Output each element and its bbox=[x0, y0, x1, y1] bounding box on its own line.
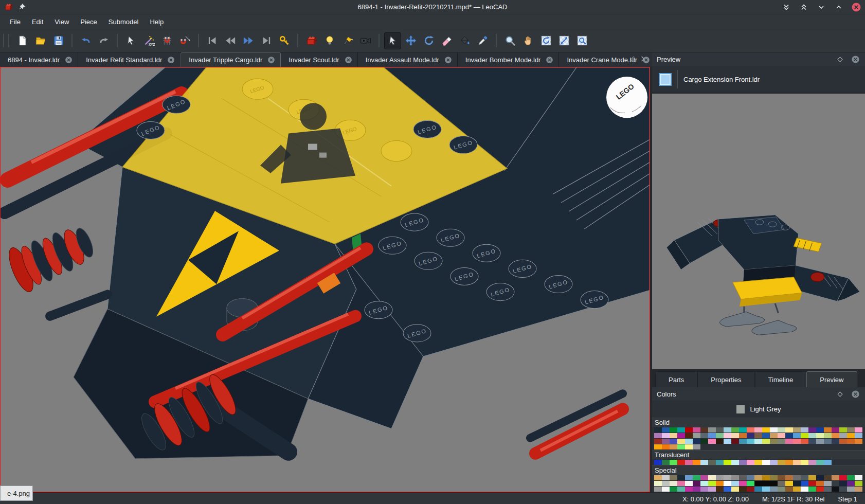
color-swatch[interactable] bbox=[677, 427, 685, 433]
color-swatch[interactable] bbox=[708, 439, 716, 444]
color-swatch[interactable] bbox=[754, 439, 762, 444]
tab-close-button[interactable] bbox=[267, 56, 276, 64]
tab-close-button[interactable] bbox=[64, 56, 73, 64]
color-swatch[interactable] bbox=[693, 487, 700, 492]
tab-invader-scout-ldr[interactable]: Invader Scout.ldr bbox=[281, 52, 357, 67]
color-swatch[interactable] bbox=[662, 444, 670, 449]
tool-zoom-region-button[interactable] bbox=[573, 32, 590, 49]
color-swatch[interactable] bbox=[824, 481, 832, 486]
tab-invader-refit-standard-ldr[interactable]: Invader Refit Standard.ldr bbox=[78, 52, 181, 67]
color-swatch[interactable] bbox=[731, 487, 739, 492]
color-swatch[interactable] bbox=[708, 481, 716, 486]
color-swatch[interactable] bbox=[662, 439, 670, 444]
color-swatch[interactable] bbox=[785, 427, 793, 433]
color-swatch[interactable] bbox=[677, 487, 685, 492]
color-swatch[interactable] bbox=[839, 475, 847, 480]
color-swatch[interactable] bbox=[716, 475, 724, 480]
color-swatch[interactable] bbox=[762, 460, 770, 465]
tool-zoom-button[interactable] bbox=[501, 32, 518, 49]
color-swatch[interactable] bbox=[816, 487, 824, 492]
color-swatch[interactable] bbox=[654, 487, 662, 492]
color-swatch[interactable] bbox=[685, 427, 693, 433]
color-swatch[interactable] bbox=[855, 433, 862, 438]
color-swatch[interactable] bbox=[739, 475, 747, 480]
color-swatch[interactable] bbox=[670, 433, 677, 438]
menu-file[interactable]: File bbox=[4, 16, 26, 28]
color-swatch[interactable] bbox=[747, 433, 754, 438]
color-swatch[interactable] bbox=[731, 439, 739, 444]
color-swatch[interactable] bbox=[685, 444, 693, 449]
color-swatch[interactable] bbox=[808, 433, 816, 438]
color-swatch[interactable] bbox=[778, 481, 785, 486]
color-swatch[interactable] bbox=[816, 433, 824, 438]
close-window-button[interactable] bbox=[852, 3, 861, 12]
color-swatch[interactable] bbox=[847, 433, 855, 438]
transform-xyz-button[interactable]: XYZ bbox=[140, 32, 157, 49]
tab-scroll-right-button[interactable] bbox=[638, 55, 647, 65]
color-swatch[interactable] bbox=[816, 460, 824, 465]
color-swatch[interactable] bbox=[808, 439, 816, 444]
tab-close-button[interactable] bbox=[344, 56, 353, 64]
color-swatch[interactable] bbox=[677, 460, 685, 465]
color-swatch[interactable] bbox=[855, 475, 862, 480]
color-swatch[interactable] bbox=[824, 475, 832, 480]
tool-pan-button[interactable] bbox=[519, 32, 536, 49]
color-swatch[interactable] bbox=[716, 487, 724, 492]
tool-rotate-view-button[interactable] bbox=[537, 32, 554, 49]
color-swatch[interactable] bbox=[654, 475, 662, 480]
color-swatch[interactable] bbox=[754, 475, 762, 480]
color-swatch[interactable] bbox=[793, 475, 801, 480]
color-swatch[interactable] bbox=[662, 475, 670, 480]
color-swatch[interactable] bbox=[808, 460, 816, 465]
color-swatch[interactable] bbox=[677, 475, 685, 480]
color-swatch[interactable] bbox=[731, 433, 739, 438]
dock-tab-parts[interactable]: Parts bbox=[655, 371, 697, 387]
color-swatch[interactable] bbox=[654, 444, 662, 449]
color-swatch[interactable] bbox=[662, 433, 670, 438]
color-swatch[interactable] bbox=[832, 433, 839, 438]
color-swatch[interactable] bbox=[708, 460, 716, 465]
color-swatch[interactable] bbox=[824, 427, 832, 433]
snap-angle-button[interactable] bbox=[176, 32, 193, 49]
color-swatch[interactable] bbox=[670, 481, 677, 486]
color-swatch[interactable] bbox=[793, 433, 801, 438]
color-swatch[interactable] bbox=[654, 439, 662, 444]
menu-edit[interactable]: Edit bbox=[26, 16, 49, 28]
dock-tab-timeline[interactable]: Timeline bbox=[755, 371, 807, 387]
color-swatch[interactable] bbox=[808, 475, 816, 480]
color-swatch[interactable] bbox=[816, 439, 824, 444]
insert-piece-button[interactable] bbox=[303, 32, 320, 49]
color-swatch[interactable] bbox=[747, 460, 754, 465]
color-swatch[interactable] bbox=[762, 439, 770, 444]
tab-close-button[interactable] bbox=[545, 56, 554, 64]
color-swatch[interactable] bbox=[832, 475, 839, 480]
step-last-button[interactable] bbox=[258, 32, 275, 49]
redo-button[interactable] bbox=[95, 32, 112, 49]
color-swatch[interactable] bbox=[670, 444, 677, 449]
color-swatch[interactable] bbox=[747, 475, 754, 480]
color-swatch[interactable] bbox=[693, 475, 700, 480]
color-swatch[interactable] bbox=[762, 475, 770, 480]
color-swatch[interactable] bbox=[778, 460, 785, 465]
color-swatch[interactable] bbox=[808, 481, 816, 486]
insert-light-button[interactable] bbox=[321, 32, 338, 49]
color-swatch[interactable] bbox=[670, 487, 677, 492]
tab-invader-tripple-cargo-ldr[interactable]: Invader Tripple Cargo.ldr bbox=[181, 52, 281, 67]
color-swatch[interactable] bbox=[762, 481, 770, 486]
step-previous-button[interactable] bbox=[222, 32, 239, 49]
color-swatch[interactable] bbox=[847, 439, 855, 444]
color-swatch[interactable] bbox=[724, 487, 731, 492]
color-swatch[interactable] bbox=[793, 427, 801, 433]
color-swatch[interactable] bbox=[685, 487, 693, 492]
step-first-button[interactable] bbox=[204, 32, 221, 49]
color-swatch[interactable] bbox=[708, 487, 716, 492]
color-swatch[interactable] bbox=[662, 481, 670, 486]
color-swatch[interactable] bbox=[731, 481, 739, 486]
color-swatch[interactable] bbox=[654, 427, 662, 433]
color-swatch[interactable] bbox=[662, 460, 670, 465]
select-arrow-button[interactable] bbox=[122, 32, 139, 49]
color-swatch[interactable] bbox=[808, 487, 816, 492]
tool-roll-button[interactable] bbox=[555, 32, 572, 49]
color-swatch[interactable] bbox=[770, 487, 778, 492]
color-swatch[interactable] bbox=[847, 481, 855, 486]
